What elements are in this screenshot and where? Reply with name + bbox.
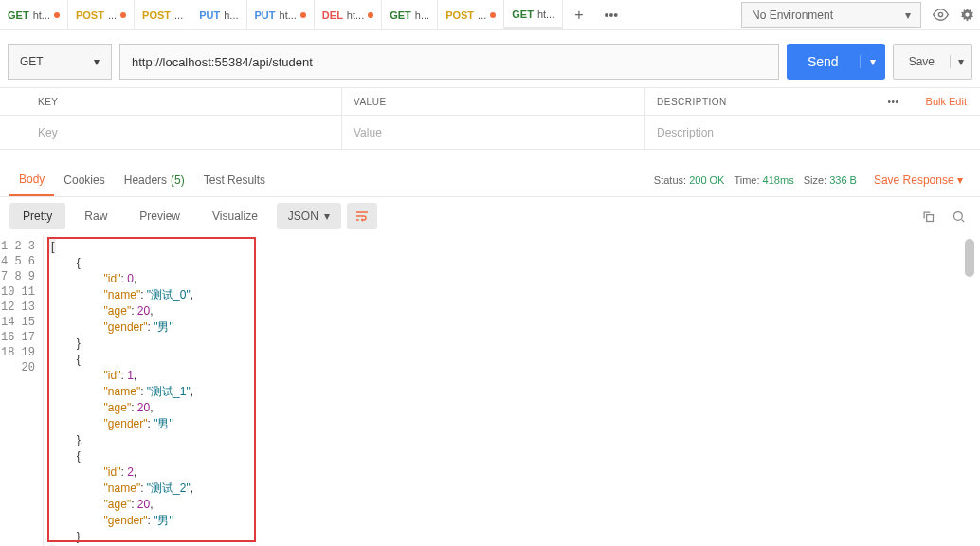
svg-point-2 — [953, 211, 962, 220]
response-status: Status: 200 OK Time: 418ms Size: 336 B S… — [654, 173, 971, 187]
save-button[interactable]: Save ▾ — [893, 44, 972, 80]
tab-body[interactable]: Body — [9, 163, 54, 196]
tab-method: POST — [142, 9, 171, 21]
send-label: Send — [787, 54, 860, 69]
more-icon[interactable]: ••• — [875, 97, 913, 107]
tab-title: ht... — [33, 9, 50, 21]
line-gutter: 1 2 3 4 5 6 7 8 9 10 11 12 13 14 15 16 1… — [0, 235, 44, 546]
env-label: No Environment — [752, 9, 833, 22]
tab-method: DEL — [322, 9, 343, 21]
tab-method: GET — [390, 9, 411, 21]
chevron-down-icon[interactable]: ▾ — [860, 55, 885, 68]
value-input[interactable]: Value — [341, 116, 644, 149]
request-tab[interactable]: GETh... — [382, 0, 438, 29]
response-body: 1 2 3 4 5 6 7 8 9 10 11 12 13 14 15 16 1… — [0, 235, 980, 546]
params-row[interactable]: Key Value Description — [0, 116, 980, 150]
chevron-down-icon: ▾ — [94, 55, 100, 68]
scroll-thumb[interactable] — [965, 239, 974, 277]
scrollbar[interactable] — [965, 239, 974, 546]
search-icon[interactable] — [946, 204, 971, 228]
tab-headers[interactable]: Headers(5) — [115, 163, 194, 196]
request-tab[interactable]: PUTht... — [247, 0, 315, 29]
tab-title: ... — [478, 9, 486, 21]
tab-title: h... — [224, 9, 238, 21]
view-visualize[interactable]: Visualize — [199, 203, 271, 229]
send-button[interactable]: Send ▾ — [787, 44, 885, 80]
tab-method: POST — [445, 9, 474, 21]
dirty-dot-icon — [490, 12, 496, 18]
tab-cookies[interactable]: Cookies — [54, 163, 114, 196]
wrap-icon[interactable] — [347, 203, 377, 229]
col-desc: DESCRIPTION — [644, 88, 875, 115]
method-select[interactable]: GET ▾ — [8, 44, 112, 80]
save-label: Save — [894, 55, 950, 68]
tab-method: POST — [76, 9, 104, 21]
view-raw[interactable]: Raw — [71, 203, 120, 229]
request-tab[interactable]: DELht... — [315, 0, 382, 29]
tab-method: GET — [512, 9, 534, 20]
view-preview[interactable]: Preview — [126, 203, 193, 229]
chevron-down-icon[interactable]: ▾ — [950, 55, 971, 68]
key-input[interactable]: Key — [0, 116, 341, 149]
chevron-down-icon: ▾ — [324, 209, 330, 223]
dirty-dot-icon — [368, 12, 373, 18]
add-tab-button[interactable]: + — [563, 7, 594, 24]
tabs-more-icon[interactable]: ••• — [595, 8, 628, 23]
tab-method: PUT — [199, 9, 220, 21]
tab-title: ... — [174, 9, 183, 21]
tabs-row: GETht...POST...POST...PUTh...PUTht...DEL… — [0, 0, 735, 29]
copy-icon[interactable] — [916, 204, 940, 228]
dirty-dot-icon — [54, 12, 60, 18]
method-label: GET — [20, 55, 44, 68]
request-tab[interactable]: POST... — [438, 0, 504, 29]
view-pretty[interactable]: Pretty — [9, 203, 65, 229]
bulk-edit-link[interactable]: Bulk Edit — [913, 96, 980, 107]
dirty-dot-icon — [120, 12, 126, 18]
request-tab[interactable]: GETht... — [0, 0, 68, 29]
col-key: KEY — [0, 97, 341, 107]
tab-test-results[interactable]: Test Results — [194, 163, 275, 196]
tab-title: ht... — [537, 9, 554, 20]
tab-title: ht... — [347, 9, 364, 21]
url-input[interactable] — [119, 44, 779, 80]
svg-point-0 — [938, 12, 942, 16]
desc-input[interactable]: Description — [644, 116, 980, 149]
code-content[interactable]: [ { "id": 0, "name": "测试_0", "age": 20, … — [49, 239, 961, 546]
save-response-link[interactable]: Save Response ▾ — [866, 173, 971, 187]
chevron-down-icon: ▾ — [905, 9, 911, 22]
environment-select[interactable]: No Environment ▾ — [741, 2, 921, 28]
format-select[interactable]: JSON ▾ — [277, 203, 341, 229]
gear-icon[interactable] — [953, 2, 980, 28]
tab-title: h... — [415, 9, 429, 21]
col-value: VALUE — [341, 88, 644, 115]
params-header: KEY VALUE DESCRIPTION ••• Bulk Edit — [0, 87, 980, 116]
eye-icon[interactable] — [927, 2, 953, 28]
request-tab[interactable]: POST... — [68, 0, 135, 29]
request-tab[interactable]: PUTh... — [191, 0, 246, 29]
svg-rect-1 — [926, 214, 933, 221]
dirty-dot-icon — [300, 12, 306, 18]
tab-title: ht... — [280, 9, 297, 21]
tab-title: ... — [108, 9, 117, 21]
request-tab[interactable]: POST... — [135, 0, 191, 29]
request-tab[interactable]: GETht... — [504, 0, 563, 29]
tab-method: PUT — [255, 9, 276, 21]
tab-method: GET — [8, 9, 29, 21]
